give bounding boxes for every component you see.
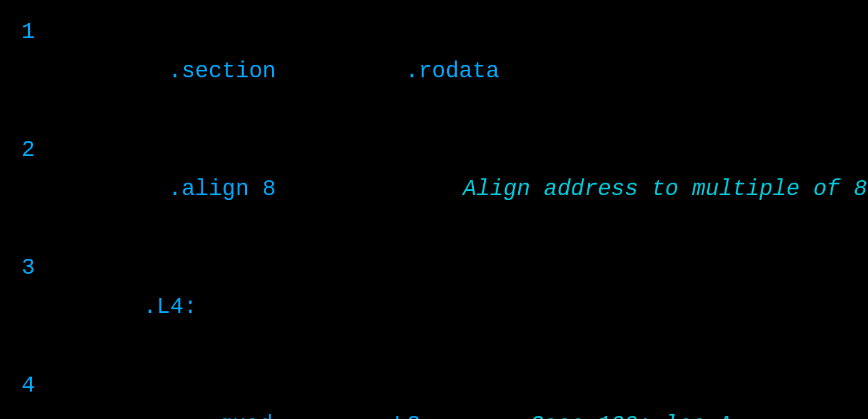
code-line-2: 2 .align 8Align address to multiple of 8	[0, 130, 868, 248]
comment-2: Align address to multiple of 8	[463, 176, 867, 202]
code-line-1: 1 .section.rodata	[0, 12, 868, 130]
code-text-1: .section.rodata	[50, 12, 868, 130]
code-container: 1 .section.rodata 2 .align 8Align addres…	[0, 0, 868, 419]
instruction-1: .section	[168, 52, 293, 91]
code-text-2: .align 8Align address to multiple of 8	[50, 130, 868, 248]
comment-4: Case 100: loc_A	[530, 412, 732, 419]
instruction-2: .align 8	[168, 176, 276, 202]
code-line-3: 3 .L4:	[0, 248, 868, 366]
code-text-4: .quad.L3Case 100: loc_A	[50, 366, 868, 419]
code-text-3: .L4:	[50, 248, 868, 366]
line-number-1: 1	[0, 12, 50, 52]
line-number-4: 4	[0, 366, 50, 405]
operand-4: .L3	[380, 405, 455, 419]
instruction-4: .quad	[206, 405, 330, 419]
line-number-2: 2	[0, 130, 50, 170]
code-line-4: 4 .quad.L3Case 100: loc_A	[0, 366, 868, 419]
label-3: .L4:	[143, 294, 197, 320]
line-number-3: 3	[0, 248, 50, 287]
operand2-1: .rodata	[405, 59, 499, 84]
